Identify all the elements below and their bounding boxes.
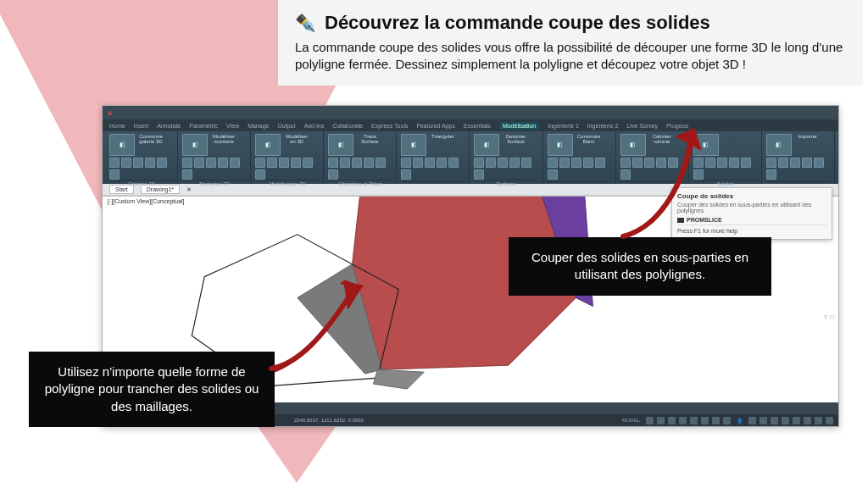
ribbon-panel[interactable]: ◧Trace SurfaceChambres et Piliers bbox=[325, 131, 397, 184]
ribbon-small-button[interactable] bbox=[230, 158, 240, 168]
status-icon[interactable] bbox=[804, 417, 811, 424]
ribbon-button[interactable]: ◧ bbox=[474, 134, 499, 156]
ribbon-panel[interactable]: ◧Construire galerie 3DGaleries 3D bbox=[106, 131, 178, 184]
ribbon-small-button[interactable] bbox=[291, 158, 301, 168]
status-model-space[interactable]: MODEL bbox=[620, 418, 643, 423]
ribbon-tab[interactable]: Express Tools bbox=[371, 123, 408, 129]
status-icon[interactable] bbox=[793, 417, 800, 424]
nav-triangle-icon[interactable]: ▽ ▢ bbox=[824, 313, 835, 319]
file-tab-drawing[interactable]: Drawing1* bbox=[141, 185, 180, 194]
ribbon-button[interactable]: ◧ bbox=[255, 134, 281, 156]
cad-ribbon-tabs[interactable]: HomeInsertAnnotateParametricViewManageOu… bbox=[103, 119, 838, 131]
ribbon-small-button[interactable] bbox=[571, 158, 581, 168]
ribbon-small-button[interactable] bbox=[595, 158, 605, 168]
ribbon-small-button[interactable] bbox=[255, 158, 265, 168]
status-icon[interactable] bbox=[679, 417, 687, 424]
ribbon-tab[interactable]: Ingénierie 1 bbox=[548, 123, 579, 129]
ribbon-tab[interactable]: Manage bbox=[248, 123, 269, 129]
cad-ribbon[interactable]: ◧Construire galerie 3DGaleries 3D◧Modéli… bbox=[103, 131, 838, 184]
ribbon-button[interactable]: ◧ bbox=[182, 134, 208, 156]
ribbon-tab[interactable]: Essentials bbox=[464, 123, 491, 129]
status-icon[interactable] bbox=[782, 417, 789, 424]
ribbon-panel[interactable]: ◧Importer bbox=[763, 131, 835, 184]
ribbon-small-button[interactable] bbox=[121, 158, 131, 168]
ribbon-small-button[interactable] bbox=[741, 158, 751, 168]
ribbon-small-button[interactable] bbox=[328, 169, 338, 180]
ribbon-tab[interactable]: Insert bbox=[134, 123, 149, 129]
ribbon-small-button[interactable] bbox=[474, 158, 484, 168]
ribbon-small-button[interactable] bbox=[218, 158, 228, 168]
ribbon-tab[interactable]: View bbox=[226, 123, 239, 129]
ribbon-tab[interactable]: Add-ins bbox=[303, 123, 324, 129]
ribbon-small-button[interactable] bbox=[133, 158, 143, 168]
ribbon-small-button[interactable] bbox=[448, 158, 459, 168]
ribbon-button[interactable]: ◧ bbox=[328, 134, 353, 156]
ribbon-small-button[interactable] bbox=[729, 158, 739, 168]
ribbon-small-button[interactable] bbox=[509, 158, 520, 168]
status-icon[interactable] bbox=[690, 417, 698, 424]
status-icon[interactable] bbox=[668, 417, 676, 424]
ribbon-small-button[interactable] bbox=[814, 158, 824, 168]
ribbon-tab[interactable]: Collaborate bbox=[332, 123, 363, 129]
ribbon-small-button[interactable] bbox=[364, 158, 374, 168]
ribbon-small-button[interactable] bbox=[328, 158, 338, 168]
ribbon-small-button[interactable] bbox=[255, 169, 265, 180]
ribbon-small-button[interactable] bbox=[802, 158, 812, 168]
ribbon-small-button[interactable] bbox=[157, 158, 167, 168]
status-icon[interactable] bbox=[815, 417, 822, 424]
ribbon-tab[interactable]: Modélisation bbox=[499, 122, 539, 130]
ribbon-small-button[interactable] bbox=[182, 169, 192, 180]
ribbon-small-button[interactable] bbox=[340, 158, 350, 168]
ribbon-small-button[interactable] bbox=[559, 158, 570, 168]
ribbon-small-button[interactable] bbox=[401, 158, 411, 168]
ribbon-panel[interactable]: ◧Trianguler bbox=[398, 131, 470, 184]
ribbon-small-button[interactable] bbox=[548, 169, 558, 180]
ribbon-small-button[interactable] bbox=[486, 158, 496, 168]
ribbon-small-button[interactable] bbox=[182, 158, 192, 168]
status-icon[interactable] bbox=[701, 417, 709, 424]
ribbon-small-button[interactable] bbox=[376, 158, 386, 168]
status-icon[interactable] bbox=[826, 417, 833, 424]
file-tab-close-icon[interactable]: ✕ bbox=[186, 186, 192, 193]
file-tab-start[interactable]: Start bbox=[109, 185, 134, 194]
ribbon-small-button[interactable] bbox=[425, 158, 435, 168]
status-icon[interactable] bbox=[657, 417, 665, 424]
ribbon-panel[interactable]: ◧Construire Banc bbox=[544, 131, 616, 184]
ribbon-small-button[interactable] bbox=[521, 158, 531, 168]
status-icon[interactable] bbox=[723, 417, 731, 424]
status-icon[interactable] bbox=[748, 417, 756, 424]
status-icon[interactable] bbox=[646, 417, 654, 424]
ribbon-tab[interactable]: Parametric bbox=[189, 123, 218, 129]
ribbon-small-button[interactable] bbox=[194, 158, 204, 168]
ribbon-tab[interactable]: Output bbox=[277, 123, 295, 129]
ribbon-panel[interactable]: ◧Modéliser en 3DModélisation 3D bbox=[252, 131, 324, 184]
ribbon-small-button[interactable] bbox=[267, 158, 277, 168]
ribbon-tab[interactable]: Featured Apps bbox=[416, 123, 455, 129]
ribbon-button[interactable]: ◧ bbox=[109, 134, 135, 156]
ribbon-small-button[interactable] bbox=[766, 158, 776, 168]
ribbon-tab[interactable]: Home bbox=[109, 123, 125, 129]
status-icon[interactable] bbox=[771, 417, 778, 424]
ribbon-small-button[interactable] bbox=[303, 158, 313, 168]
ribbon-tab[interactable]: Annotate bbox=[157, 123, 181, 129]
ribbon-small-button[interactable] bbox=[790, 158, 800, 168]
ribbon-button[interactable]: ◧ bbox=[766, 134, 792, 156]
ribbon-small-button[interactable] bbox=[413, 158, 423, 168]
ribbon-button[interactable]: ◧ bbox=[401, 134, 426, 156]
status-icon[interactable] bbox=[760, 417, 767, 424]
ribbon-small-button[interactable] bbox=[583, 158, 593, 168]
ribbon-small-button[interactable] bbox=[437, 158, 447, 168]
ribbon-small-button[interactable] bbox=[352, 158, 362, 168]
status-icon[interactable] bbox=[712, 417, 720, 424]
ribbon-small-button[interactable] bbox=[766, 169, 776, 180]
ribbon-small-button[interactable] bbox=[401, 169, 411, 180]
ribbon-button[interactable]: ◧ bbox=[548, 134, 573, 156]
ribbon-small-button[interactable] bbox=[145, 158, 155, 168]
ribbon-small-button[interactable] bbox=[206, 158, 216, 168]
status-person-icon[interactable]: 👤 bbox=[734, 418, 745, 424]
ribbon-small-button[interactable] bbox=[548, 158, 558, 168]
ribbon-panel[interactable]: ◧Modéliser monterieMonteries 3D bbox=[179, 131, 251, 184]
ribbon-small-button[interactable] bbox=[498, 158, 508, 168]
ribbon-small-button[interactable] bbox=[474, 169, 484, 180]
ribbon-small-button[interactable] bbox=[279, 158, 289, 168]
